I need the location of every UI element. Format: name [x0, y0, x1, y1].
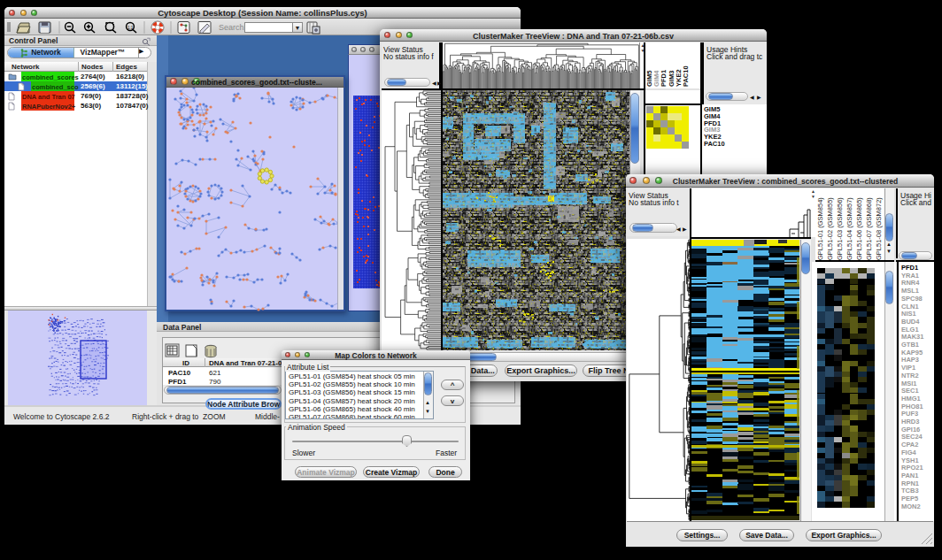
svg-text:Search:: Search:: [219, 23, 246, 32]
svg-text:GPL51-07 (GSM868): GPL51-07 (GSM868): [865, 197, 873, 260]
svg-text:1:1: 1:1: [127, 26, 134, 30]
svg-text:PAC10: PAC10: [682, 65, 690, 87]
svg-text:GPL51-08 (GSM872): GPL51-08 (GSM872): [875, 197, 883, 260]
svg-text:GPL51-03 (GSM856): GPL51-03 (GSM856): [836, 197, 844, 260]
svg-text:GPL51-06 (GSM865): GPL51-06 (GSM865): [855, 197, 863, 260]
svg-text:GPL51-02 (GSM855): GPL51-02 (GSM855): [826, 197, 834, 260]
svg-text:GPL51-04 (GSM857): GPL51-04 (GSM857): [845, 197, 853, 260]
svg-text:GPL51-01 (GSM854): GPL51-01 (GSM854): [816, 197, 824, 260]
